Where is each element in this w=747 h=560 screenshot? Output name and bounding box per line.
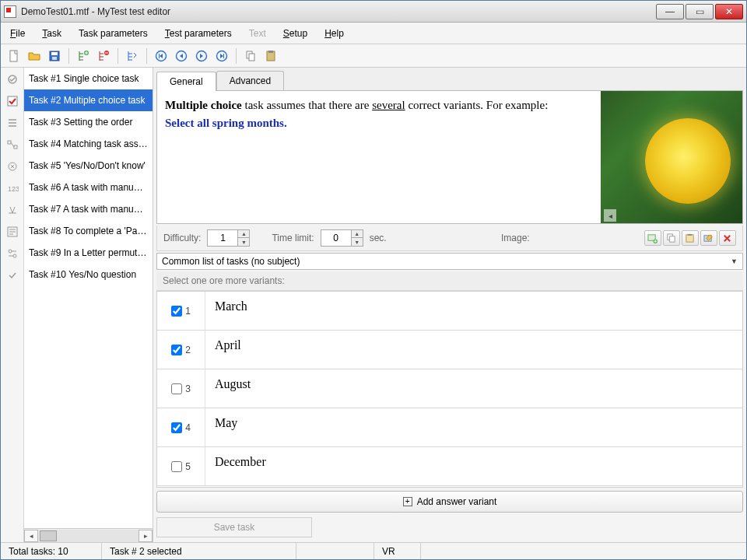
close-button[interactable]: ✕: [715, 4, 743, 19]
svg-text:123: 123: [8, 185, 19, 193]
type-single-choice-icon[interactable]: [4, 71, 21, 88]
task-item[interactable]: Task #3 Setting the order: [24, 111, 153, 133]
tree-add-icon[interactable]: [75, 47, 92, 65]
nav-next-icon[interactable]: [193, 47, 210, 65]
variants-hint: Select one ore more variants:: [156, 271, 743, 291]
variant-row: 2April: [157, 331, 742, 369]
menubar: File Task Task parameters Test parameter…: [1, 23, 746, 44]
copy-icon[interactable]: [242, 47, 259, 65]
variant-checkbox[interactable]: [171, 345, 182, 355]
nav-last-icon[interactable]: [213, 47, 230, 65]
image-prev-icon[interactable]: ◂: [604, 209, 616, 222]
svg-rect-30: [688, 233, 693, 235]
task-list-scrollbar[interactable]: ◂▸: [24, 528, 153, 542]
variant-row: 4May: [157, 408, 742, 447]
save-file-icon[interactable]: [46, 47, 63, 65]
variant-checkbox[interactable]: [171, 306, 182, 317]
new-file-icon[interactable]: [5, 47, 23, 65]
tree-remove-icon[interactable]: [95, 47, 112, 65]
main-panel: General Advanced Multiple choice task as…: [153, 68, 746, 542]
task-item[interactable]: Task #5 'Yes/No/Don't know': [24, 155, 153, 177]
task-description-text[interactable]: Multiple choice task assumes that there …: [157, 91, 601, 223]
task-item[interactable]: Task #7 A task with manual input: [24, 198, 153, 220]
image-copy-button[interactable]: [663, 230, 680, 246]
minimize-button[interactable]: —: [656, 4, 684, 19]
variant-number: 2: [185, 345, 191, 355]
svg-point-24: [13, 254, 16, 257]
status-selected: Task # 2 selected: [102, 543, 296, 559]
open-file-icon[interactable]: [26, 47, 43, 65]
paste-icon[interactable]: [262, 47, 279, 65]
svg-rect-13: [249, 54, 254, 61]
tab-general[interactable]: General: [156, 72, 216, 91]
app-window: DemoTest01.mtf - MyTest test editor — ▭ …: [0, 0, 747, 560]
variant-number: 3: [185, 383, 191, 394]
type-permutation-icon[interactable]: [4, 245, 21, 262]
menu-file[interactable]: File: [5, 25, 30, 42]
variant-checkbox[interactable]: [171, 422, 182, 433]
svg-rect-11: [223, 54, 224, 58]
image-delete-button[interactable]: [719, 230, 736, 246]
variants-list: 1March2April3August4May5December: [156, 291, 743, 488]
timelimit-label: Time limit:: [272, 233, 314, 243]
type-paragraph-icon[interactable]: [4, 223, 21, 240]
variant-text[interactable]: December: [205, 447, 742, 485]
svg-point-23: [9, 250, 12, 253]
variant-text[interactable]: March: [205, 292, 742, 330]
menu-text: Text: [244, 25, 271, 42]
type-ordering-icon[interactable]: [4, 114, 21, 131]
image-add-button[interactable]: [644, 230, 661, 246]
task-item[interactable]: Task #10 Yes/No question: [24, 264, 153, 285]
type-manual-text-icon[interactable]: [4, 201, 21, 219]
difficulty-label: Difficulty:: [163, 233, 201, 243]
type-matching-icon[interactable]: [4, 136, 21, 153]
variant-row: 5December: [157, 447, 742, 486]
menu-task-parameters[interactable]: Task parameters: [74, 25, 153, 42]
type-multiple-choice-icon[interactable]: [4, 93, 21, 110]
task-item[interactable]: Task #4 Matching task assignment: [24, 133, 153, 155]
titlebar: DemoTest01.mtf - MyTest test editor — ▭ …: [1, 1, 746, 23]
variant-checkbox[interactable]: [171, 383, 182, 394]
app-icon: [4, 5, 16, 18]
variant-text[interactable]: April: [205, 331, 742, 369]
menu-task[interactable]: Task: [37, 25, 66, 42]
type-yesno-icon[interactable]: [4, 158, 21, 175]
difficulty-stepper[interactable]: ▲▼: [207, 229, 250, 247]
sec-label: sec.: [370, 233, 387, 243]
variant-checkbox[interactable]: [171, 461, 182, 472]
menu-test-parameters[interactable]: Test parameters: [160, 25, 237, 42]
task-item[interactable]: Task #8 To complete a 'Paragraph': [24, 220, 153, 242]
task-image[interactable]: ◂: [601, 91, 742, 223]
tab-advanced[interactable]: Advanced: [216, 71, 284, 90]
task-item[interactable]: Task #6 A task with manual input: [24, 177, 153, 198]
task-type-rail: 123: [1, 68, 24, 542]
subject-dropdown[interactable]: Common list of tasks (no subject) ▼: [156, 253, 743, 270]
variant-text[interactable]: August: [205, 369, 742, 408]
tree-expand-icon[interactable]: [124, 47, 141, 65]
add-variant-button[interactable]: + Add answer variant: [156, 491, 743, 513]
save-task-button: Save task: [156, 517, 312, 537]
variant-row: 3August: [157, 369, 742, 408]
statusbar: Total tasks: 10 Task # 2 selected VR: [1, 542, 746, 559]
type-boolean-icon[interactable]: [4, 267, 21, 284]
nav-prev-icon[interactable]: [173, 47, 190, 65]
menu-setup[interactable]: Setup: [279, 25, 312, 42]
timelimit-stepper[interactable]: ▲▼: [321, 229, 363, 247]
task-item[interactable]: Task #1 Single choice task: [24, 68, 153, 89]
svg-rect-17: [8, 96, 17, 106]
variant-row: 1March: [157, 292, 742, 331]
svg-rect-19: [14, 145, 17, 149]
svg-rect-28: [670, 236, 675, 241]
image-edit-button[interactable]: [700, 230, 717, 246]
type-manual-number-icon[interactable]: 123: [4, 180, 21, 197]
nav-first-icon[interactable]: [153, 47, 170, 65]
task-item[interactable]: Task #9 In a Letter permutation: [24, 242, 153, 264]
status-vr: VR: [374, 543, 421, 559]
task-params-bar: Difficulty: ▲▼ Time limit: ▲▼ sec. Image…: [156, 226, 743, 251]
image-paste-button[interactable]: [682, 230, 699, 246]
task-item[interactable]: Task #2 Multiple choice task: [24, 89, 153, 111]
menu-help[interactable]: Help: [320, 25, 349, 42]
maximize-button[interactable]: ▭: [686, 4, 714, 19]
variant-text[interactable]: May: [205, 408, 742, 446]
variant-number: 1: [185, 306, 191, 317]
